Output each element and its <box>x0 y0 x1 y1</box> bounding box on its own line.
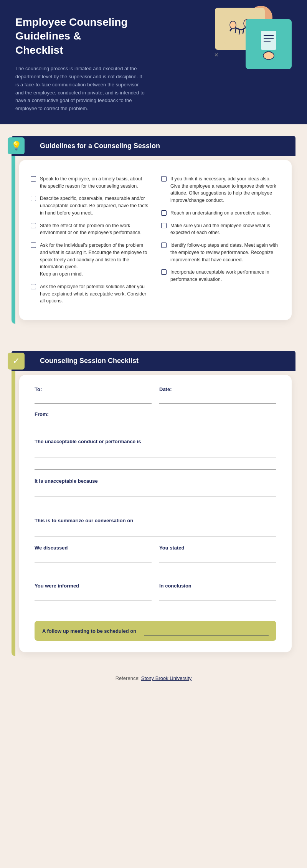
conclusion-field: In conclusion <box>159 583 276 613</box>
guidelines-right-col: If you think it is necessary, add your i… <box>161 175 280 305</box>
checklist-title: Counseling Session Checklist <box>40 357 139 365</box>
writing-icon <box>253 25 284 63</box>
conclusion-line-2 <box>159 604 276 613</box>
stated-field: You stated <box>159 545 276 575</box>
checkbox-6[interactable] <box>161 176 167 182</box>
footer: Reference: Stony Brook University <box>0 668 307 689</box>
conduct-section: The unacceptable conduct or performance … <box>35 439 276 470</box>
checkbox-2[interactable] <box>31 196 36 201</box>
followup-row: A follow up meeting to be scheduled on <box>35 621 276 641</box>
stated-line-2 <box>159 566 276 575</box>
list-item: Make sure you and the employee know what… <box>161 222 280 237</box>
svg-rect-4 <box>261 31 276 50</box>
to-field: To: <box>35 386 152 404</box>
checkbox-10[interactable] <box>161 269 167 275</box>
reference-text: Reference: <box>116 675 140 681</box>
teal-accent-bar <box>12 156 15 324</box>
guidelines-header: 💡 Guidelines for a Counseling Session <box>12 136 295 156</box>
lightbulb-icon: 💡 <box>8 137 25 154</box>
to-label: To: <box>35 386 152 392</box>
conclusion-label: In conclusion <box>159 583 276 589</box>
unacceptable-line-2 <box>35 500 276 509</box>
date-label: Date: <box>159 386 276 392</box>
list-item: Speak to the employee, on a timely basis… <box>31 175 150 190</box>
checkmark-icon: ✓ <box>8 353 25 370</box>
guidelines-title: Guidelines for a Counseling Session <box>40 142 160 150</box>
discussed-line-2 <box>35 566 152 575</box>
stated-line-1 <box>159 554 276 563</box>
header-description: The counseling process is initiated and … <box>15 65 146 113</box>
from-section: From: <box>35 411 276 430</box>
list-item: Incorporate unacceptable work performanc… <box>161 269 280 283</box>
guidelines-checklist-grid: Speak to the employee, on a timely basis… <box>31 172 280 309</box>
guidelines-container: 💡 Guidelines for a Counseling Session Sp… <box>12 136 295 324</box>
discussed-stated-row: We discussed You stated <box>35 545 276 575</box>
list-item: If you think it is necessary, add your i… <box>161 175 280 204</box>
informed-label: You were informed <box>35 583 152 589</box>
checkbox-5[interactable] <box>31 284 36 289</box>
discussed-line-1 <box>35 554 152 563</box>
checkbox-4[interactable] <box>31 243 36 248</box>
list-item: Identify follow-up steps and dates. Meet… <box>161 242 280 263</box>
conduct-label: The unacceptable conduct or performance … <box>35 439 276 444</box>
unacceptable-lines <box>35 488 276 509</box>
from-lines <box>35 421 276 430</box>
from-label: From: <box>35 411 276 417</box>
from-line-1 <box>35 421 276 430</box>
conversation-section: This is to summarize our conversation on <box>35 518 276 536</box>
olive-accent-bar <box>12 371 15 656</box>
checklist-section: ✓ Counseling Session Checklist To: Date: <box>0 343 307 668</box>
list-item: Reach an understanding on a corrective a… <box>161 210 280 217</box>
unacceptable-label: It is unacceptable because <box>35 478 276 484</box>
conversation-line-1 <box>35 527 276 536</box>
followup-label: A follow up meeting to be scheduled on <box>42 628 136 634</box>
unacceptable-line-1 <box>35 488 276 497</box>
checkbox-8[interactable] <box>161 223 167 228</box>
checklist-section-header: ✓ Counseling Session Checklist <box>12 351 295 371</box>
discussed-field: We discussed <box>35 545 152 575</box>
list-item: Describe specific, observable, measurabl… <box>31 195 150 216</box>
list-item: State the effect of the problem on the w… <box>31 222 150 237</box>
form-card: To: Date: From: <box>19 375 292 652</box>
checkbox-7[interactable] <box>161 210 167 216</box>
date-field: Date: <box>159 386 276 404</box>
guidelines-section: 💡 Guidelines for a Counseling Session Sp… <box>0 124 307 343</box>
to-input[interactable] <box>35 394 152 404</box>
date-input[interactable] <box>159 394 276 404</box>
conduct-line-2 <box>35 460 276 470</box>
conclusion-line-1 <box>159 592 276 601</box>
informed-field: You were informed <box>35 583 152 613</box>
discussed-label: We discussed <box>35 545 152 551</box>
conversation-label: This is to summarize our conversation on <box>35 518 276 523</box>
informed-conclusion-row: You were informed In conclusion <box>35 583 276 613</box>
checkbox-1[interactable] <box>31 176 36 182</box>
informed-line-2 <box>35 604 152 613</box>
guidelines-left-col: Speak to the employee, on a timely basis… <box>31 175 150 305</box>
page-title: Employee Counseling Guidelines & Checkli… <box>15 15 130 57</box>
conversation-lines <box>35 527 276 536</box>
conduct-lines <box>35 448 276 470</box>
guidelines-card: Speak to the employee, on a timely basis… <box>19 160 292 320</box>
unacceptable-section: It is unacceptable because <box>35 478 276 509</box>
to-date-row: To: Date: <box>35 386 276 404</box>
svg-point-1 <box>230 21 236 29</box>
writing-image <box>246 19 292 69</box>
checkbox-9[interactable] <box>161 243 167 248</box>
list-item: Ask the employee for potential solutions… <box>31 283 150 305</box>
followup-line <box>144 626 269 635</box>
reference-link[interactable]: Stony Brook University <box>141 675 192 681</box>
stated-label: You stated <box>159 545 276 551</box>
header-images: ✕ <box>188 4 295 73</box>
informed-line-1 <box>35 592 152 601</box>
close-icon: ✕ <box>214 52 219 58</box>
header-section: Employee Counseling Guidelines & Checkli… <box>0 0 307 124</box>
conduct-line-1 <box>35 448 276 457</box>
checkbox-3[interactable] <box>31 223 36 228</box>
list-item: Ask for the individual's perception of t… <box>31 242 150 278</box>
